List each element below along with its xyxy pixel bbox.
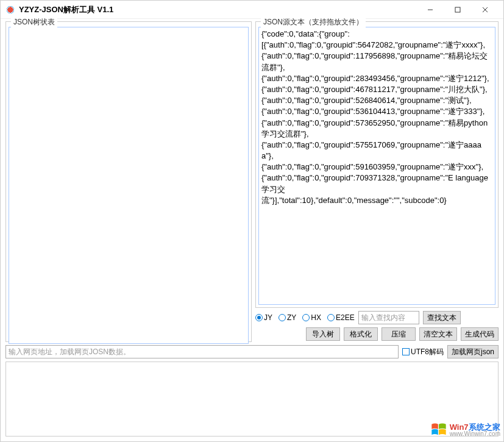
- source-panel: JSON源文本（支持拖放文件） {"code":0,"data":{"group…: [255, 21, 499, 308]
- top-row: JSON树状表 JSON源文本（支持拖放文件） {"code":0,"data"…: [5, 21, 499, 342]
- minimize-icon: [427, 7, 433, 13]
- url-input[interactable]: [5, 345, 399, 358]
- radio-icon: [255, 314, 263, 321]
- source-panel-legend: JSON源文本（支持拖放文件）: [261, 17, 366, 27]
- maximize-button[interactable]: [444, 1, 471, 18]
- radio-e2ee-label: E2EE: [336, 313, 355, 322]
- right-column: JSON源文本（支持拖放文件） {"code":0,"data":{"group…: [255, 21, 499, 342]
- titlebar: YZYZ-JSON解析工具 V1.1: [1, 1, 503, 19]
- load-url-json-button[interactable]: 加载网页json: [447, 345, 499, 358]
- close-icon: [482, 7, 488, 13]
- app-icon: [5, 5, 15, 15]
- app-body: JSON树状表 JSON源文本（支持拖放文件） {"code":0,"data"…: [1, 19, 503, 441]
- svg-rect-1: [455, 7, 460, 12]
- radio-icon: [302, 314, 310, 321]
- radio-icon: [327, 314, 335, 321]
- json-tree-view[interactable]: [9, 27, 249, 344]
- radio-hx[interactable]: HX: [302, 313, 321, 322]
- output-textarea[interactable]: [5, 362, 499, 437]
- checkbox-icon: [402, 348, 410, 355]
- utf8-checkbox[interactable]: UTF8解码: [402, 347, 444, 357]
- url-row: UTF8解码 加载网页json: [5, 344, 499, 359]
- tree-panel: JSON树状表: [5, 21, 252, 342]
- radio-zy-label: ZY: [287, 313, 296, 322]
- format-button[interactable]: 格式化: [344, 327, 378, 341]
- radio-search-row: JY ZY HX E2EE 查找文本: [255, 310, 499, 325]
- radio-e2ee[interactable]: E2EE: [327, 313, 355, 322]
- radio-jy-label: JY: [264, 313, 272, 322]
- radio-zy[interactable]: ZY: [279, 313, 296, 322]
- compress-button[interactable]: 压缩: [382, 327, 416, 341]
- clear-text-button[interactable]: 清空文本: [419, 327, 457, 341]
- window-controls: [416, 1, 499, 18]
- search-input[interactable]: [358, 311, 419, 324]
- radio-jy[interactable]: JY: [255, 313, 272, 322]
- minimize-button[interactable]: [416, 1, 444, 18]
- window-title: YZYZ-JSON解析工具 V1.1: [19, 4, 416, 15]
- radio-icon: [279, 314, 286, 321]
- app-window: YZYZ-JSON解析工具 V1.1 JSON树状表 JSO: [0, 0, 504, 442]
- import-tree-button[interactable]: 导入树: [306, 327, 340, 341]
- find-text-button[interactable]: 查找文本: [423, 311, 461, 324]
- radio-hx-label: HX: [311, 313, 321, 322]
- utf8-checkbox-label: UTF8解码: [411, 347, 444, 357]
- close-button[interactable]: [471, 1, 499, 18]
- generate-code-button[interactable]: 生成代码: [461, 327, 499, 341]
- format-radio-group: JY ZY HX E2EE: [255, 313, 355, 322]
- json-source-textarea[interactable]: {"code":0,"data":{"group": [{"auth":0,"f…: [258, 27, 495, 305]
- tree-panel-legend: JSON树状表: [11, 17, 57, 27]
- action-buttons-row: 导入树 格式化 压缩 清空文本 生成代码: [255, 327, 499, 342]
- maximize-icon: [455, 7, 461, 13]
